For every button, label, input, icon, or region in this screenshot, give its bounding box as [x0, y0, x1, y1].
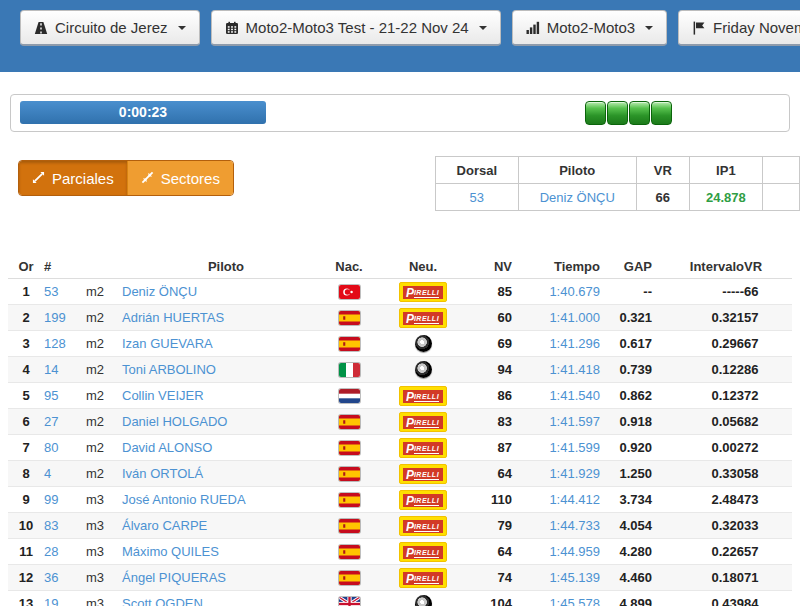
laptime-cell[interactable]: 1:44.959	[512, 539, 600, 565]
rider-name[interactable]: Deniz ÖNÇU	[122, 279, 330, 305]
result-row: 11 28 m3 Máximo QUILES PIRELLI 64 1:44.9…	[8, 539, 792, 565]
bike-number[interactable]: 14	[44, 357, 86, 383]
tyre-cell: PIRELLI	[368, 409, 478, 435]
result-row: 5 95 m2 Collin VEIJER PIRELLI 86 1:41.54…	[8, 383, 792, 409]
bike-number[interactable]: 128	[44, 331, 86, 357]
nationality-flag-icon	[330, 591, 368, 606]
leader-data-row: 53 Deniz ÖNÇU 66 24.878	[436, 184, 800, 211]
tyre-cell: PIRELLI	[368, 539, 478, 565]
class-cell: m2	[86, 331, 122, 357]
bike-number[interactable]: 80	[44, 435, 86, 461]
bike-number[interactable]: 19	[44, 591, 86, 606]
laptime-cell[interactable]: 1:41.597	[512, 409, 600, 435]
interval-cell: 0.056	[652, 409, 744, 435]
rider-name[interactable]: Iván ORTOLÁ	[122, 461, 330, 487]
laptime-cell[interactable]: 1:40.679	[512, 279, 600, 305]
bike-number[interactable]: 199	[44, 305, 86, 331]
pirelli-logo: PIRELLI	[399, 542, 447, 562]
category-dropdown-label: Moto2-Moto3	[547, 19, 635, 36]
best-lap-cell: 72	[744, 435, 792, 461]
laptime-cell[interactable]: 1:41.929	[512, 461, 600, 487]
position-cell: 9	[8, 487, 44, 513]
result-row: 8 4 m2 Iván ORTOLÁ PIRELLI 64 1:41.929 1…	[8, 461, 792, 487]
rider-name[interactable]: Álvaro CARPE	[122, 513, 330, 539]
tyre-cell: PIRELLI	[368, 487, 478, 513]
class-cell: m2	[86, 305, 122, 331]
tyre-cell: PIRELLI	[368, 383, 478, 409]
bike-number[interactable]: 36	[44, 565, 86, 591]
rider-name[interactable]: David ALONSO	[122, 435, 330, 461]
laptime-cell[interactable]: 1:45.139	[512, 565, 600, 591]
rider-name[interactable]: José Antonio RUEDA	[122, 487, 330, 513]
laptime-cell[interactable]: 1:41.000	[512, 305, 600, 331]
rider-name[interactable]: Izan GUEVARA	[122, 331, 330, 357]
leader-piloto[interactable]: Deniz ÖNÇU	[518, 184, 636, 211]
laptime-cell[interactable]: 1:44.733	[512, 513, 600, 539]
tab-parciales[interactable]: Parciales	[19, 161, 127, 195]
signal-icon	[526, 21, 540, 34]
flag-icon	[692, 21, 706, 35]
interval-cell: 0.330	[652, 461, 744, 487]
result-row: 3 128 m2 Izan GUEVARA 69 1:41.296 0.617 …	[8, 331, 792, 357]
laptime-cell[interactable]: 1:41.599	[512, 435, 600, 461]
class-cell: m3	[86, 565, 122, 591]
class-cell: m2	[86, 383, 122, 409]
gap-cell: 0.739	[600, 357, 652, 383]
bike-number[interactable]: 4	[44, 461, 86, 487]
interval-cell: 2.484	[652, 487, 744, 513]
leader-header-row: Dorsal Piloto VR IP1	[436, 157, 800, 184]
position-cell: 4	[8, 357, 44, 383]
bike-number[interactable]: 28	[44, 539, 86, 565]
bike-number[interactable]: 27	[44, 409, 86, 435]
rider-name[interactable]: Daniel HOLGADO	[122, 409, 330, 435]
pirelli-logo: PIRELLI	[399, 516, 447, 536]
interval-cell: 0.320	[652, 513, 744, 539]
session-clock-progress-bar: 0:00:23	[20, 101, 266, 124]
rider-name[interactable]: Toni ARBOLINO	[122, 357, 330, 383]
session-day-button[interactable]: Friday November	[678, 10, 800, 46]
tyre-cell	[368, 591, 478, 606]
mid-zone: Parciales Sectores Dorsal Piloto VR IP1 …	[0, 160, 800, 224]
rider-name[interactable]: Ángel PIQUERAS	[122, 565, 330, 591]
bike-number[interactable]: 99	[44, 487, 86, 513]
tyre-icon	[415, 361, 432, 378]
rider-name[interactable]: Máximo QUILES	[122, 539, 330, 565]
event-dropdown-button[interactable]: Moto2-Moto3 Test - 21-22 Nov 24	[211, 10, 501, 46]
leader-dorsal[interactable]: 53	[436, 184, 519, 211]
rider-name[interactable]: Adrián HUERTAS	[122, 305, 330, 331]
class-cell: m3	[86, 539, 122, 565]
pirelli-logo: PIRELLI	[399, 282, 447, 302]
laptime-cell[interactable]: 1:41.540	[512, 383, 600, 409]
laptime-cell[interactable]: 1:45.578	[512, 591, 600, 606]
bike-number[interactable]: 53	[44, 279, 86, 305]
laptime-cell[interactable]: 1:41.418	[512, 357, 600, 383]
rider-name[interactable]: Collin VEIJER	[122, 383, 330, 409]
gap-cell: 4.280	[600, 539, 652, 565]
chevron-down-icon	[645, 26, 653, 30]
header-nv: NV	[478, 254, 512, 279]
leader-ip1: 24.878	[689, 184, 762, 211]
best-lap-cell: 67	[744, 331, 792, 357]
laptime-cell[interactable]: 1:41.296	[512, 331, 600, 357]
results-body: 1 53 m2 Deniz ÖNÇU PIRELLI 85 1:40.679 -…	[8, 279, 792, 606]
class-cell: m2	[86, 409, 122, 435]
category-dropdown-button[interactable]: Moto2-Moto3	[512, 10, 667, 46]
rider-name[interactable]: Scott OGDEN	[122, 591, 330, 606]
session-clock: 0:00:23	[119, 104, 167, 120]
nationality-flag-icon	[330, 435, 368, 461]
best-lap-cell: 82	[744, 409, 792, 435]
tab-sectores[interactable]: Sectores	[127, 161, 233, 195]
laps-cell: 69	[478, 331, 512, 357]
bike-number[interactable]: 95	[44, 383, 86, 409]
pirelli-logo: PIRELLI	[399, 490, 447, 510]
laptime-cell[interactable]: 1:44.412	[512, 487, 600, 513]
leader-header-piloto: Piloto	[518, 157, 636, 184]
gap-cell: 0.920	[600, 435, 652, 461]
laps-cell: 104	[478, 591, 512, 606]
class-cell: m3	[86, 591, 122, 606]
tyre-cell	[368, 331, 478, 357]
bike-number[interactable]: 83	[44, 513, 86, 539]
class-cell: m2	[86, 435, 122, 461]
circuit-dropdown-button[interactable]: Circuito de Jerez	[20, 10, 200, 46]
pirelli-logo: PIRELLI	[399, 386, 447, 406]
